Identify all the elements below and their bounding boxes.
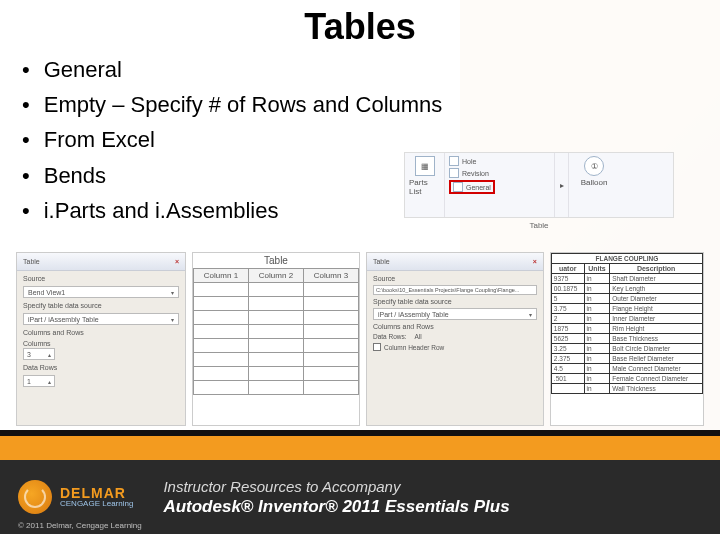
table-row: inWall Thickness	[551, 384, 702, 394]
rows-spinner: 1▴	[23, 375, 55, 387]
rows-value: 1	[27, 378, 31, 385]
spinner-icon: ▴	[48, 378, 51, 385]
col-header: uator	[551, 264, 584, 274]
bullet-item: General	[22, 52, 720, 87]
ribbon-revision: Revision	[449, 168, 489, 178]
ribbon-label: Revision	[462, 170, 489, 177]
checkbox-icon	[373, 343, 381, 351]
dialog-thumbnail-excel: Table × Source C:\books\10_Essentials Pr…	[366, 252, 544, 426]
col-header: Column 2	[248, 269, 303, 283]
data-rows-label: Data Rows	[23, 364, 179, 371]
ribbon-label: Balloon	[581, 178, 608, 187]
dialog-title: Table	[373, 258, 390, 265]
cols-rows-label: Columns and Rows	[373, 323, 537, 330]
autodesk-text: Autodesk	[629, 408, 702, 426]
autodesk-mark-icon	[611, 410, 625, 424]
chevron-down-icon: ▾	[529, 311, 532, 318]
footer-orange-bar: Autodesk	[0, 436, 720, 460]
columns-spinner: Columns 3▴	[23, 340, 55, 360]
data-rows-value: All	[414, 333, 421, 340]
bend-view-item: Bend View1	[28, 289, 65, 296]
table-row: 1875inRim Height	[551, 324, 702, 334]
empty-table-grid: Column 1Column 2Column 3	[193, 268, 359, 395]
footer-main: DELMAR CENGAGE Learning Instructor Resou…	[0, 460, 720, 534]
slide-body: Tables General Empty – Specify # of Rows…	[0, 0, 720, 430]
table-row: 3.75inFlange Height	[551, 304, 702, 314]
table-row: 4.5inMale Connect Diameter	[551, 364, 702, 374]
dialog-thumbnail-bend: Table × Source Bend View1▾ Specify table…	[16, 252, 186, 426]
autodesk-logo: Autodesk	[611, 408, 702, 426]
balloon-icon: ①	[584, 156, 604, 176]
source-value: iPart / iAssembly Table	[378, 311, 449, 318]
source-label: Source	[373, 275, 537, 282]
footer-line2: Autodesk® Inventor® 2011 Essentials Plus	[163, 497, 702, 517]
table-row: 5625inBase Thickness	[551, 334, 702, 344]
ribbon-caption: Table	[529, 221, 548, 230]
ribbon-label: Hole	[462, 158, 476, 165]
ribbon-label: Parts List	[409, 178, 440, 196]
thumbnails-row: Table × Source Bend View1▾ Specify table…	[16, 252, 704, 426]
table-row: 2inInner Diameter	[551, 314, 702, 324]
ribbon-expand: ▸	[555, 153, 569, 217]
bullet-text: From Excel	[44, 122, 155, 157]
table-row: 00.1875inKey Length	[551, 284, 702, 294]
chevron-down-icon: ▾	[171, 316, 174, 323]
bullet-text: i.Parts and i.Assemblies	[44, 193, 279, 228]
dialog-title: Table	[23, 258, 40, 265]
ribbon-label: General	[466, 184, 491, 191]
table-title: Table	[193, 253, 359, 268]
col-header: Units	[584, 264, 610, 274]
data-source-dropdown: iPart / iAssembly Table▾	[373, 308, 537, 320]
bullet-text: General	[44, 52, 122, 87]
general-table-icon	[453, 182, 463, 192]
columns-value: 3	[27, 351, 31, 358]
data-rows-row: Data Rows: All	[373, 333, 537, 340]
cols-rows-label: Columns and Rows	[23, 329, 179, 336]
table-row: 2.375inBase Relief Diameter	[551, 354, 702, 364]
bullet-item: Empty – Specify # of Rows and Columns	[22, 87, 720, 122]
slide-title: Tables	[0, 0, 720, 48]
dialog-titlebar: Table ×	[17, 253, 185, 271]
copyright-text: © 2011 Delmar, Cengage Learning	[18, 521, 142, 530]
delmar-subbrand: CENGAGE Learning	[60, 500, 133, 508]
empty-table-thumbnail: Table Column 1Column 2Column 3	[192, 252, 360, 426]
data-source-dropdown: iPart / iAssembly Table▾	[23, 313, 179, 325]
ribbon-general-highlighted: General	[449, 180, 495, 194]
table-title: FLANGE COUPLING	[551, 254, 702, 264]
path-text: C:\books\10_Essentials Projects\Flange C…	[376, 287, 519, 293]
close-icon: ×	[175, 258, 179, 265]
chevron-down-icon: ▾	[171, 289, 174, 296]
ribbon-parts-list: ▦ Parts List	[405, 153, 445, 217]
ribbon-table-group: Hole Revision General	[445, 153, 555, 217]
slide-footer: Autodesk DELMAR CENGAGE Learning Instruc…	[0, 430, 720, 540]
hole-icon	[449, 156, 459, 166]
table-row: 3.25inBolt Circle Diameter	[551, 344, 702, 354]
table-row: 9375inShaft Diameter	[551, 274, 702, 284]
delmar-swirl-icon	[18, 480, 52, 514]
ribbon-balloon: ① Balloon	[569, 153, 619, 217]
columns-label: Columns	[23, 340, 55, 347]
close-icon: ×	[533, 258, 537, 265]
source-path-field: C:\books\10_Essentials Projects\Flange C…	[373, 285, 537, 295]
table-row: .501inFemale Connect Diameter	[551, 374, 702, 384]
col-header: Description	[610, 264, 703, 274]
col-header: Column 1	[193, 269, 248, 283]
footer-line1: Instructor Resources to Accompany	[163, 478, 702, 495]
delmar-logo: DELMAR CENGAGE Learning	[18, 480, 133, 514]
bullet-text: Bends	[44, 158, 106, 193]
delmar-brand: DELMAR	[60, 486, 133, 500]
source-dropdown: Bend View1▾	[23, 286, 179, 298]
revision-icon	[449, 168, 459, 178]
specify-label: Specify table data source	[373, 298, 537, 305]
header-row-label: Column Header Row	[384, 344, 444, 351]
data-rows-label: Data Rows:	[373, 333, 407, 340]
bullet-text: Empty – Specify # of Rows and Columns	[44, 87, 443, 122]
spinner-icon: ▴	[48, 351, 51, 358]
table-row: 5inOuter Diameter	[551, 294, 702, 304]
flange-table-thumbnail: FLANGE COUPLING uatorUnitsDescription 93…	[550, 252, 704, 426]
source-label: Source	[23, 275, 179, 282]
header-row-checkbox: Column Header Row	[373, 343, 537, 351]
expand-icon: ▸	[560, 181, 564, 190]
flange-data-table: FLANGE COUPLING uatorUnitsDescription 93…	[551, 253, 703, 394]
source-value: iPart / iAssembly Table	[28, 316, 99, 323]
